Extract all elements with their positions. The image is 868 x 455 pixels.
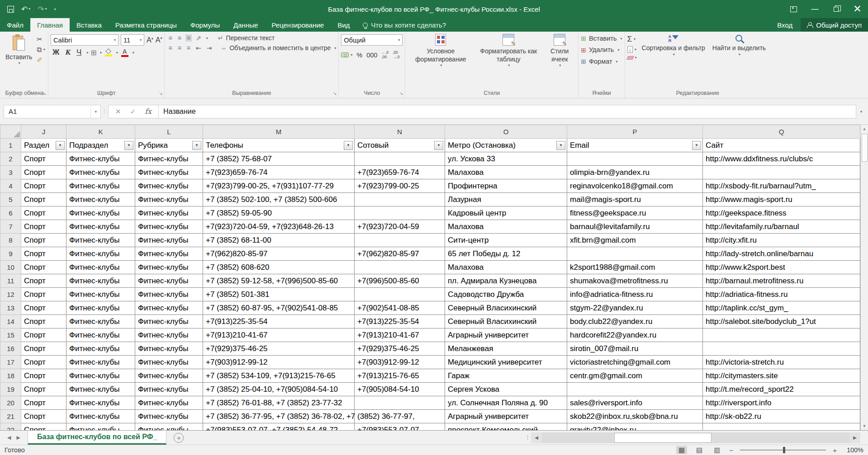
cell[interactable]: Аграрный университет <box>445 328 567 342</box>
cell[interactable]: +7(962)820-85-97 <box>203 247 355 261</box>
cell[interactable]: Спорт <box>21 274 66 288</box>
cell[interactable]: Фитнес-клубы <box>135 220 203 234</box>
decrease-indent-button[interactable]: ⇤ <box>194 44 203 52</box>
row-header[interactable]: 17 <box>0 356 21 369</box>
cell[interactable]: +7 (3852) 36-77-95, +7 (3852) 36-78-02, … <box>203 410 355 423</box>
cell[interactable]: +7 (3852) 60-87-95, +7(902)541-08-85 <box>203 301 355 315</box>
row-header[interactable]: 20 <box>0 396 21 410</box>
autosum-button[interactable]: Σ▾ <box>627 35 637 43</box>
increase-decimal-button[interactable]: ←,0 ,00 <box>381 51 389 60</box>
format-cells-button[interactable]: ⊞Формат▾ <box>581 58 617 66</box>
cell[interactable]: Кадровый центр <box>445 206 567 220</box>
cell[interactable]: Медицинский университет <box>445 356 567 369</box>
cell[interactable]: +7 (3852) 75-68-07 <box>203 152 355 166</box>
row-header[interactable]: 10 <box>0 261 21 274</box>
cell[interactable]: Фитнес-клубы <box>66 206 135 220</box>
cell[interactable]: +7 (3852) 502-100, +7 (3852) 500-606 <box>203 193 355 206</box>
cell[interactable]: +7(913)225-35-54 <box>203 315 355 328</box>
horizontal-scroll-track[interactable] <box>542 432 849 443</box>
cell-styles-button[interactable]: Стили ячеек▾ <box>542 33 577 69</box>
cell[interactable] <box>355 396 445 410</box>
cell[interactable]: http://geekspace.fitness <box>703 206 860 220</box>
insert-function-icon[interactable]: fx <box>145 107 152 116</box>
italic-button[interactable]: К <box>63 48 72 57</box>
cell[interactable]: +7(903)912-99-12 <box>203 356 355 369</box>
horizontal-scrollbar[interactable]: ⁞ ◀ ▶ <box>524 431 860 445</box>
cell[interactable]: Малахова <box>445 220 567 234</box>
cell[interactable]: Фитнес-клубы <box>135 247 203 261</box>
cell[interactable]: Спорт <box>21 220 66 234</box>
cell[interactable]: пл. Адмирала Кузнецова <box>445 274 567 288</box>
cell[interactable]: Фитнес-клубы <box>66 315 135 328</box>
cell[interactable]: Фитнес-клубы <box>135 328 203 342</box>
cell[interactable]: Фитнес-клубы <box>135 301 203 315</box>
cell[interactable]: Спорт <box>21 315 66 328</box>
wrap-text-button[interactable]: Перенести текст <box>226 34 275 42</box>
cell[interactable]: shumakova@metrofitness.ru <box>567 274 703 288</box>
cell[interactable]: Фитнес-клубы <box>66 301 135 315</box>
cell[interactable]: ул. Ускова 33 <box>445 152 567 166</box>
sign-in-button[interactable]: Вход <box>769 18 801 32</box>
cell[interactable]: Северный Власихинский <box>445 301 567 315</box>
cell[interactable] <box>355 261 445 274</box>
underline-button[interactable]: Ч <box>75 48 83 57</box>
tab-data[interactable]: Данные <box>227 18 265 32</box>
cell[interactable]: Фитнес-клубы <box>135 152 203 166</box>
align-right-button[interactable]: ≡ <box>185 44 192 52</box>
column-header[interactable]: P <box>567 125 703 139</box>
row-header[interactable]: 2 <box>0 152 21 166</box>
column-header[interactable]: J <box>21 125 66 139</box>
row-header[interactable]: 18 <box>0 369 21 383</box>
filter-dropdown-icon[interactable]: ▼ <box>192 141 201 150</box>
comma-style-button[interactable]: 000 <box>366 52 377 59</box>
cell[interactable]: +7(913)210-41-67 <box>203 328 355 342</box>
cell[interactable]: Фитнес-клубы <box>135 356 203 369</box>
cell[interactable]: stgym-22@yandex.ru <box>567 301 703 315</box>
row-header[interactable]: 22 <box>0 423 21 431</box>
cell[interactable]: Фитнес-клубы <box>66 274 135 288</box>
cell[interactable]: Фитнес-клубы <box>135 261 203 274</box>
align-top-button[interactable]: ≡ <box>167 34 173 42</box>
alignment-dialog-launcher-icon[interactable]: ↘ <box>333 91 337 96</box>
row-header[interactable]: 4 <box>0 179 21 193</box>
cell[interactable]: Фитнес-клубы <box>135 288 203 301</box>
cell[interactable]: Фитнес-клубы <box>135 423 203 431</box>
cell[interactable]: Спорт <box>21 301 66 315</box>
tab-formulas[interactable]: Формулы <box>184 18 227 32</box>
zoom-in-button[interactable]: + <box>833 446 837 454</box>
cell[interactable]: Фитнес-клубы <box>66 247 135 261</box>
cell[interactable] <box>703 342 860 356</box>
filter-dropdown-icon[interactable]: ▼ <box>434 141 443 150</box>
format-as-table-button[interactable]: Форматировать как таблицу▾ <box>474 33 542 69</box>
cell[interactable]: +7(903)912-99-12 <box>355 356 445 369</box>
cell[interactable] <box>355 288 445 301</box>
row-header[interactable]: 11 <box>0 274 21 288</box>
row-header[interactable]: 7 <box>0 220 21 234</box>
cell[interactable]: Фитнес-клубы <box>66 193 135 206</box>
cell[interactable]: Спорт <box>21 342 66 356</box>
page-layout-view-icon[interactable]: ▤ <box>694 446 705 454</box>
cell[interactable]: Фитнес-клубы <box>66 342 135 356</box>
cell[interactable]: Спорт <box>21 179 66 193</box>
paste-button[interactable]: Вставить ▾ <box>2 33 35 67</box>
cell[interactable]: Фитнес-клубы <box>66 234 135 247</box>
column-header[interactable]: O <box>445 125 567 139</box>
fill-color-button[interactable] <box>104 48 113 56</box>
cell[interactable]: +7(929)375-46-25 <box>355 342 445 356</box>
clear-button[interactable]: ▾ <box>627 56 637 60</box>
tab-split-handle[interactable]: ⁞ <box>524 435 531 441</box>
format-painter-button[interactable]: ✐ <box>37 56 45 63</box>
cell[interactable]: Фитнес-клубы <box>66 369 135 383</box>
number-format-combobox[interactable]: Общий▾ <box>341 34 403 46</box>
row-header[interactable]: 6 <box>0 206 21 220</box>
normal-view-icon[interactable]: ▦ <box>676 446 687 454</box>
cell[interactable]: +7(962)820-85-97 <box>355 247 445 261</box>
tab-view[interactable]: Вид <box>331 18 356 32</box>
cell[interactable]: +7 (3852) 608-620 <box>203 261 355 274</box>
cell[interactable]: +7 (3852) 501-381 <box>203 288 355 301</box>
cell[interactable]: Спорт <box>21 206 66 220</box>
minimize-button[interactable]: — <box>804 0 825 18</box>
row-header[interactable]: 8 <box>0 234 21 247</box>
cell[interactable]: Меланжевая <box>445 342 567 356</box>
scroll-right-icon[interactable]: ▶ <box>849 432 860 443</box>
